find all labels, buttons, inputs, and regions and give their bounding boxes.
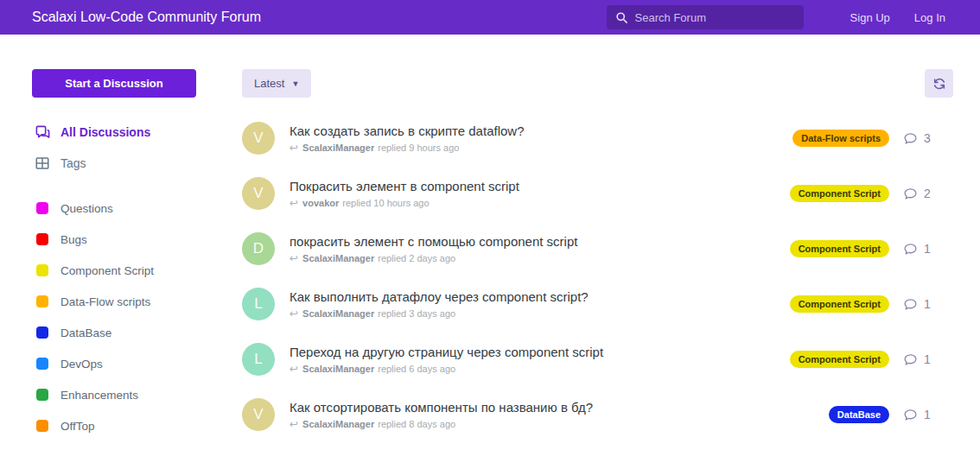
discussion-title[interactable]: Как отсортировать компоненты по названию… bbox=[290, 400, 829, 415]
tag-badge[interactable]: Component Script bbox=[790, 351, 889, 368]
discussion-meta: ↩ ScalaxiManager replied 3 days ago bbox=[290, 307, 790, 320]
sidebar-nav: All Discussions Tags bbox=[32, 117, 242, 179]
reply-icon: ↩ bbox=[290, 418, 298, 430]
reply-icon: ↩ bbox=[290, 142, 298, 154]
sidebar-tag-bugs[interactable]: Bugs bbox=[32, 224, 242, 255]
last-reply-author: ScalaxiManager bbox=[302, 253, 374, 263]
discussion-row[interactable]: V Как создать запись в скрипте dataflow?… bbox=[242, 111, 953, 166]
tag-label: OffTop bbox=[60, 420, 95, 433]
comment-icon bbox=[903, 131, 918, 146]
discussion-summary: Покрасить элемент в component script ↩ v… bbox=[290, 179, 790, 209]
search-box[interactable] bbox=[607, 5, 804, 29]
discussion-row[interactable]: V Покрасить элемент в component script ↩… bbox=[242, 166, 953, 221]
discussion-summary: Как отсортировать компоненты по названию… bbox=[290, 400, 829, 430]
chevron-down-icon: ▼ bbox=[291, 79, 299, 88]
tag-label: Questions bbox=[60, 202, 113, 215]
last-reply-time: replied 9 hours ago bbox=[378, 143, 459, 153]
tag-label: Enhancements bbox=[60, 389, 138, 402]
sidebar-tag-questions[interactable]: Questions bbox=[32, 193, 242, 224]
comment-count-value: 1 bbox=[924, 242, 931, 256]
last-reply-time: replied 2 days ago bbox=[378, 253, 455, 263]
discussion-title[interactable]: Как выполнить датафлоу через component s… bbox=[290, 289, 790, 304]
comment-count-value: 1 bbox=[924, 297, 931, 311]
comment-icon bbox=[903, 187, 918, 201]
tag-color-swatch bbox=[36, 358, 48, 370]
discussion-meta: ↩ ScalaxiManager replied 2 days ago bbox=[290, 252, 790, 264]
discussion-meta: ↩ vovakor replied 10 hours ago bbox=[290, 197, 790, 209]
sidebar-tag-component-script[interactable]: Component Script bbox=[32, 255, 242, 286]
tag-color-swatch bbox=[36, 326, 48, 339]
discussion-meta: ↩ ScalaxiManager replied 9 hours ago bbox=[290, 142, 792, 154]
tag-badge[interactable]: Component Script bbox=[790, 295, 889, 313]
discussion-title[interactable]: Покрасить элемент в component script bbox=[290, 179, 790, 193]
tag-label: DataBase bbox=[60, 326, 111, 339]
discussion-title[interactable]: Переход на другую страницу через compone… bbox=[290, 345, 790, 359]
badge-column: Component Script bbox=[790, 240, 889, 257]
sidebar-tag-devops[interactable]: DevOps bbox=[32, 348, 242, 379]
reply-icon: ↩ bbox=[290, 363, 298, 375]
comment-icon bbox=[903, 408, 918, 422]
discussion-row[interactable]: V Как отсортировать компоненты по назван… bbox=[242, 387, 953, 442]
comment-icon bbox=[903, 297, 918, 312]
nav-label: Tags bbox=[60, 156, 86, 170]
avatar: L bbox=[242, 343, 275, 376]
grid-icon bbox=[34, 155, 51, 172]
last-reply-author: vovakor bbox=[302, 198, 339, 208]
comments-icon bbox=[34, 124, 51, 141]
search-input[interactable] bbox=[635, 11, 795, 24]
sidebar-item-all-discussions[interactable]: All Discussions bbox=[32, 117, 242, 148]
badge-column: Component Script bbox=[790, 295, 889, 313]
discussion-summary: Как создать запись в скрипте dataflow? ↩… bbox=[290, 124, 792, 154]
tag-badge[interactable]: DataBase bbox=[829, 406, 889, 423]
last-reply-time: replied 3 days ago bbox=[378, 308, 455, 319]
sidebar-tag-enhancements[interactable]: Enhancements bbox=[32, 379, 242, 410]
avatar: L bbox=[242, 288, 275, 320]
last-reply-time: replied 10 hours ago bbox=[342, 198, 429, 208]
discussion-meta: ↩ ScalaxiManager replied 6 days ago bbox=[290, 363, 790, 375]
sidebar-tag-database[interactable]: DataBase bbox=[32, 317, 242, 348]
discussion-row[interactable]: L Как выполнить датафлоу через component… bbox=[242, 276, 953, 332]
nav-label: All Discussions bbox=[60, 125, 150, 139]
comment-count: 2 bbox=[903, 187, 953, 201]
login-link[interactable]: Log In bbox=[914, 11, 945, 24]
sidebar-item-tags[interactable]: Tags bbox=[32, 148, 242, 179]
last-reply-time: replied 8 days ago bbox=[378, 419, 455, 429]
tag-color-swatch bbox=[36, 264, 48, 276]
last-reply-time: replied 6 days ago bbox=[378, 364, 455, 374]
discussion-list: V Как создать запись в скрипте dataflow?… bbox=[242, 111, 953, 442]
tag-badge[interactable]: Data-Flow scripts bbox=[792, 130, 889, 147]
sort-dropdown[interactable]: Latest ▼ bbox=[242, 69, 311, 98]
tag-label: Data-Flow scripts bbox=[60, 295, 150, 308]
last-reply-author: ScalaxiManager bbox=[302, 364, 374, 374]
sort-label: Latest bbox=[254, 77, 284, 90]
badge-column: Data-Flow scripts bbox=[792, 130, 889, 147]
comment-count-value: 1 bbox=[924, 352, 931, 366]
discussion-title[interactable]: Как создать запись в скрипте dataflow? bbox=[290, 124, 792, 138]
discussion-row[interactable]: L Переход на другую страницу через compo… bbox=[242, 332, 953, 387]
last-reply-author: ScalaxiManager bbox=[302, 143, 374, 153]
tag-color-swatch bbox=[36, 202, 48, 214]
comment-count: 3 bbox=[903, 131, 953, 146]
start-discussion-button[interactable]: Start a Discussion bbox=[32, 69, 196, 98]
discussion-title[interactable]: покрасить элемент с помощью component sc… bbox=[290, 234, 790, 249]
tag-badge[interactable]: Component Script bbox=[790, 185, 889, 202]
tag-color-swatch bbox=[36, 295, 48, 307]
tag-label: Component Script bbox=[60, 264, 154, 277]
refresh-button[interactable] bbox=[925, 69, 953, 98]
comment-count: 1 bbox=[903, 242, 953, 257]
reply-icon: ↩ bbox=[290, 252, 298, 264]
comment-icon bbox=[903, 242, 918, 257]
discussion-pane: Latest ▼ V Как создать запись в bbox=[242, 69, 953, 442]
sidebar-tag-offtop[interactable]: OffTop bbox=[32, 410, 242, 441]
avatar: V bbox=[242, 398, 275, 431]
discussion-summary: покрасить элемент с помощью component sc… bbox=[290, 234, 790, 264]
tag-color-swatch bbox=[36, 389, 48, 401]
sidebar-tag-data-flow-scripts[interactable]: Data-Flow scripts bbox=[32, 286, 242, 317]
content: Start a Discussion All Discussions bbox=[0, 35, 980, 442]
discussion-row[interactable]: D покрасить элемент с помощью component … bbox=[242, 221, 953, 276]
sidebar: Start a Discussion All Discussions bbox=[32, 69, 242, 442]
signup-link[interactable]: Sign Up bbox=[850, 11, 890, 24]
tag-badge[interactable]: Component Script bbox=[790, 240, 889, 257]
forum-title: Scalaxi Low-Code Community Forum bbox=[32, 10, 607, 25]
search-icon bbox=[615, 11, 628, 24]
